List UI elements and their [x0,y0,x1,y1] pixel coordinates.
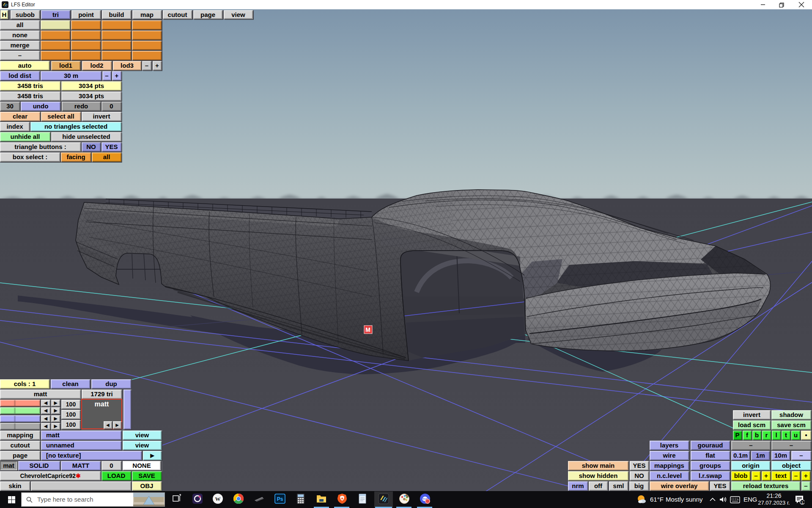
svg-text:W: W [215,496,221,502]
svg-text:M: M [365,326,370,333]
svg-text:1: 1 [801,500,803,505]
svg-text:Ps: Ps [277,496,283,502]
